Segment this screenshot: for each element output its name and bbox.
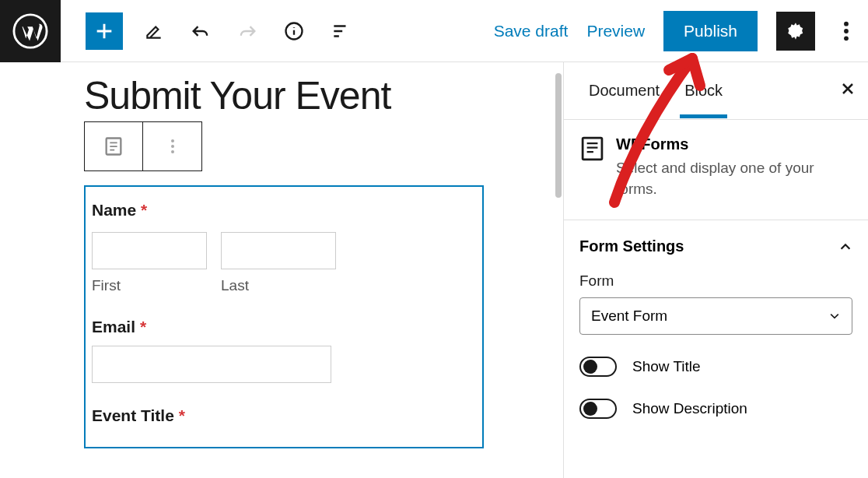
kebab-icon (843, 20, 849, 42)
gear-icon (786, 21, 806, 41)
svg-point-7 (171, 139, 174, 142)
edit-mode-button[interactable] (138, 16, 170, 47)
chevron-up-icon (838, 240, 852, 254)
first-name-sublabel: First (92, 277, 207, 294)
info-button[interactable] (278, 16, 310, 47)
svg-point-8 (171, 145, 174, 148)
block-description: Select and display one of your forms. (616, 158, 852, 199)
kebab-icon (170, 137, 175, 156)
scrollbar[interactable] (555, 73, 562, 198)
svg-point-5 (844, 36, 849, 40)
block-name: WPForms (616, 135, 852, 153)
wpforms-block[interactable]: Name * First Last Email * (84, 185, 484, 448)
wpforms-icon (579, 135, 605, 162)
form-settings-panel-body: Form Event Form Show Title Show Descript… (564, 272, 868, 419)
list-view-icon (331, 21, 351, 41)
preview-button[interactable]: Preview (586, 22, 645, 40)
last-name-input[interactable] (221, 232, 336, 269)
undo-icon (190, 20, 212, 42)
show-title-toggle-row: Show Title (579, 357, 852, 377)
wordpress-icon (12, 13, 48, 49)
form-select-label: Form (579, 272, 852, 290)
add-block-button[interactable] (86, 12, 123, 50)
svg-point-3 (844, 21, 849, 26)
info-icon (283, 20, 305, 42)
last-name-sublabel: Last (221, 277, 336, 294)
page-title[interactable]: Submit Your Event (84, 73, 563, 118)
email-field-label: Email * (92, 318, 476, 336)
block-more-button[interactable] (143, 122, 201, 170)
panel-title: Form Settings (579, 237, 684, 255)
wordpress-logo[interactable] (0, 0, 61, 62)
tab-block[interactable]: Block (672, 65, 735, 117)
pencil-icon (144, 21, 164, 41)
settings-sidebar: Document Block WPForms Select and displa… (563, 62, 868, 478)
email-input[interactable] (92, 346, 331, 383)
tab-document[interactable]: Document (576, 65, 672, 117)
svg-point-4 (844, 29, 849, 33)
close-icon (840, 81, 856, 97)
plus-icon (93, 20, 115, 42)
save-draft-button[interactable]: Save draft (494, 22, 569, 40)
svg-rect-10 (583, 138, 602, 160)
editor-canvas: Submit Your Event Name * First Last (0, 62, 563, 478)
form-block-icon (103, 135, 124, 157)
top-toolbar: Save draft Preview Publish (0, 0, 868, 62)
show-description-toggle-row: Show Description (579, 399, 852, 419)
svg-point-9 (171, 150, 174, 153)
block-type-button[interactable] (85, 122, 143, 170)
name-field-label: Name * (92, 201, 476, 220)
undo-button[interactable] (185, 16, 216, 47)
publish-button[interactable]: Publish (663, 11, 758, 51)
form-select[interactable]: Event Form (579, 297, 852, 335)
form-settings-panel-header[interactable]: Form Settings (564, 220, 868, 272)
block-info-panel: WPForms Select and display one of your f… (564, 120, 868, 220)
redo-icon (236, 20, 258, 42)
show-title-toggle[interactable] (579, 357, 617, 377)
chevron-down-icon (828, 310, 841, 322)
close-sidebar-button[interactable] (840, 81, 856, 101)
more-options-button[interactable] (834, 16, 859, 47)
redo-button[interactable] (232, 16, 263, 47)
outline-button[interactable] (325, 16, 356, 47)
first-name-input[interactable] (92, 232, 207, 269)
show-title-label: Show Title (632, 358, 701, 375)
sidebar-tabs: Document Block (564, 62, 868, 120)
form-select-value: Event Form (591, 308, 667, 325)
event-title-field-label: Event Title * (92, 406, 476, 425)
settings-button[interactable] (776, 12, 815, 51)
show-description-label: Show Description (632, 400, 747, 417)
show-description-toggle[interactable] (579, 399, 617, 419)
block-toolbar (84, 121, 202, 171)
